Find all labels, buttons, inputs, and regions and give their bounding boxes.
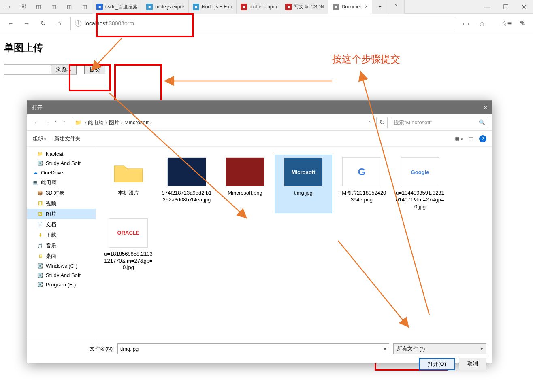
panel-icon[interactable]: ◫ (62, 0, 77, 14)
maximize-button[interactable]: ☐ (497, 0, 515, 14)
panel-icon[interactable]: ⿲ (15, 0, 31, 14)
back-button[interactable]: ← (2, 15, 19, 32)
panel-icon[interactable]: ◫ (46, 0, 62, 14)
minimize-button[interactable]: — (478, 0, 497, 14)
file-item[interactable]: GTIM图片20180524203945.png (333, 155, 390, 213)
file-item[interactable]: 974f218713a9ed2fb1252a3d08b7f4ea.jpg (158, 155, 215, 213)
tree-node[interactable]: 📄文档 (27, 219, 96, 230)
dialog-refresh-button[interactable]: ↻ (376, 117, 388, 128)
file-item[interactable]: Mincrosoft.png (217, 155, 273, 213)
browser-tab-strip: ▭ ⿲ ◫ ◫ ◫ ◫ ■csdn_百度搜索■node.js expre■Nod… (0, 0, 533, 14)
organize-button[interactable]: 组织▾ (33, 135, 46, 142)
filename-input[interactable] (117, 343, 389, 354)
tab-title: 写文章-CSDN (294, 4, 324, 11)
panel-icon[interactable]: ◫ (31, 0, 46, 14)
favorites-hub-icon[interactable]: ☆≡ (498, 15, 514, 32)
file-item[interactable]: Googleu=1344093591,3231014071&fm=27&gp=0… (392, 155, 448, 213)
dialog-toolbar: 组织▾ 新建文件夹 ▦ ▾ ◫ ? (27, 131, 492, 147)
reading-view-icon[interactable]: ▭ (458, 15, 474, 32)
panel-icon[interactable]: ◫ (77, 0, 92, 14)
panel-icon[interactable]: ▭ (0, 0, 15, 14)
file-item[interactable]: Microsofttimg.jpg (275, 155, 332, 213)
tree-node[interactable]: 💽Study And Soft (27, 271, 96, 280)
image-thumbnail: Google (401, 157, 439, 186)
dialog-forward-button[interactable]: → (44, 119, 50, 126)
file-type-filter[interactable]: 所有文件 (*) ▾ (393, 343, 486, 354)
tree-node[interactable]: 📦3D 对象 (27, 188, 96, 198)
dialog-back-button[interactable]: ← (34, 119, 39, 126)
tree-icon: ⬇ (37, 232, 43, 238)
new-folder-button[interactable]: 新建文件夹 (54, 135, 81, 142)
tree-node[interactable]: 💽Windows (C:) (27, 261, 96, 271)
breadcrumb[interactable]: 📁 › 此电脑 › 图片 › Mincrosoft › ˅ (72, 117, 373, 128)
cancel-button[interactable]: 取消 (459, 358, 486, 370)
browser-tab[interactable]: ■Node.js + Exp (189, 0, 237, 14)
breadcrumb-dropdown[interactable]: ˅ (369, 120, 371, 125)
tab-favicon: ■ (285, 4, 292, 10)
file-item[interactable]: 本机照片 (100, 155, 157, 213)
tab-overflow-button[interactable]: ˅ (388, 0, 405, 14)
home-button[interactable]: ⌂ (51, 15, 67, 32)
submit-button[interactable]: 提交 (84, 65, 105, 74)
image-thumbnail: Microsoft (284, 157, 323, 186)
tree-label: 音乐 (46, 242, 56, 249)
dialog-recent-dropdown[interactable]: ˅ (55, 120, 57, 125)
browser-tab[interactable]: ■multer - npm (237, 0, 281, 14)
tree-node[interactable]: 📁Navicat (27, 149, 96, 159)
breadcrumb-item[interactable]: 此电脑 (88, 119, 104, 126)
tree-node[interactable]: 🖼图片 (27, 209, 96, 219)
favorite-icon[interactable]: ☆ (474, 15, 490, 32)
address-bar[interactable]: i localhost:3000/form (70, 17, 454, 30)
file-input[interactable]: 浏览... (4, 64, 77, 75)
browse-button[interactable]: 浏览... (51, 65, 77, 74)
open-button[interactable]: 打开(O) (419, 358, 455, 370)
browser-tab[interactable]: ■Documen× (328, 0, 372, 14)
tree-node[interactable]: 🎵音乐 (27, 240, 96, 251)
browser-tab[interactable]: ■csdn_百度搜索 (92, 0, 142, 14)
site-info-icon[interactable]: i (75, 20, 81, 27)
browser-tab[interactable]: ■写文章-CSDN (281, 0, 328, 14)
tree-label: Study And Soft (46, 272, 81, 278)
file-item[interactable]: ORACLEu=1818568858,2103121770&fm=27&gp=0… (100, 216, 157, 274)
tree-node[interactable]: 🖥桌面 (27, 251, 96, 261)
refresh-button[interactable]: ↻ (35, 15, 51, 32)
tab-close-icon[interactable]: × (365, 4, 368, 10)
dialog-search-input[interactable]: 搜索"Mincrosoft" 🔍 (391, 117, 488, 128)
file-name: Mincrosoft.png (226, 190, 264, 197)
close-window-button[interactable]: ✕ (515, 0, 533, 14)
new-tab-button[interactable]: + (372, 0, 388, 14)
breadcrumb-item[interactable]: 图片 (109, 119, 119, 126)
tree-node[interactable]: 💻此电脑 (27, 177, 96, 188)
tree-label: 3D 对象 (46, 189, 64, 197)
tree-node[interactable]: 💽Program (E:) (27, 280, 96, 289)
tree-label: Study And Soft (46, 160, 81, 166)
forward-button[interactable]: → (19, 15, 35, 32)
tree-label: 此电脑 (41, 179, 57, 186)
notes-icon[interactable]: ✎ (514, 15, 531, 32)
tree-node[interactable]: 🎞视频 (27, 198, 96, 209)
file-grid[interactable]: 本机照片974f218713a9ed2fb1252a3d08b7f4ea.jpg… (96, 147, 492, 339)
tree-icon: 💻 (32, 180, 38, 185)
tree-label: 视频 (46, 200, 56, 207)
dialog-close-button[interactable]: × (484, 104, 487, 111)
tree-node[interactable]: ⬇下载 (27, 230, 96, 240)
tab-favicon: ■ (96, 4, 103, 10)
dialog-up-button[interactable]: ↑ (62, 119, 66, 126)
dialog-title: 打开 (32, 104, 43, 111)
preview-pane-button[interactable]: ◫ (469, 136, 473, 142)
tree-node[interactable]: 💽Study And Soft (27, 159, 96, 168)
file-name: TIM图片20180524203945.png (335, 190, 388, 203)
dialog-title-bar[interactable]: 打开 × (27, 101, 492, 114)
dialog-bottom: 文件名(N): ▾ 所有文件 (*) ▾ 打开(O) 取消 (27, 339, 492, 374)
window-controls: — ☐ ✕ (478, 0, 533, 13)
tree-node[interactable]: ☁OneDrive (27, 168, 96, 177)
folder-tree[interactable]: 📁Navicat💽Study And Soft☁OneDrive💻此电脑📦3D … (27, 147, 96, 339)
view-mode-button[interactable]: ▦ ▾ (454, 136, 463, 142)
help-button[interactable]: ? (479, 135, 486, 142)
breadcrumb-item[interactable]: Mincrosoft (124, 119, 149, 125)
tree-label: 桌面 (46, 252, 56, 260)
page-title: 单图上传 (4, 41, 529, 54)
browser-tab[interactable]: ■node.js expre (142, 0, 189, 14)
page-content: 单图上传 浏览... 提交 (0, 33, 533, 83)
tree-icon: 🖼 (37, 211, 43, 217)
